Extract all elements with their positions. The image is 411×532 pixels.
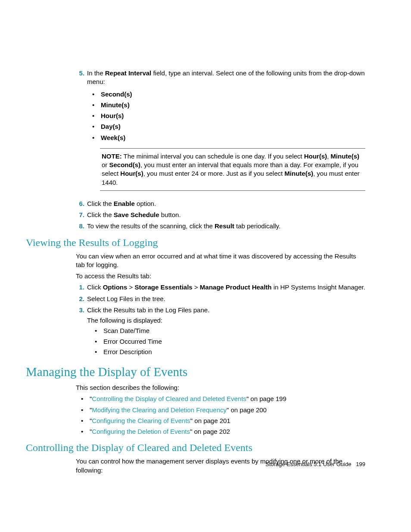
step-6: 6. Click the Enable option. — [76, 199, 365, 208]
link-list: •"Controlling the Display of Cleared and… — [76, 395, 365, 436]
text: To view the results of the scanning, cli… — [87, 222, 215, 230]
text: or — [102, 161, 109, 168]
page-ref: 201 — [220, 417, 230, 424]
list-item: •Minute(s) — [87, 101, 365, 109]
document-title: Storage Essentials 5.1 User Guide — [265, 461, 351, 467]
bullet-icon: • — [92, 122, 98, 131]
list-item: •Error Occurred Time — [87, 337, 365, 346]
text: on page — [249, 395, 276, 402]
field-label: Scan Date/Time — [103, 327, 149, 335]
ordered-list: 1. Click Options > Storage Essentials > … — [76, 283, 365, 358]
text: Select Log Files in the tree. — [87, 295, 365, 303]
menu-item: Storage Essentials — [134, 283, 192, 291]
button-name: Save Schedule — [114, 211, 159, 218]
bullet-icon: • — [95, 327, 101, 335]
displayed-fields-list: •Scan Date/Time •Error Occurred Time •Er… — [87, 327, 365, 356]
document-page: 5. In the Repeat Interval field, type an… — [0, 0, 411, 532]
text: option. — [135, 200, 156, 207]
menu-item: Manage Product Health — [200, 283, 272, 291]
section-body: This section describes the following: •"… — [76, 383, 365, 436]
list-item: •"Modifying the Clearing and Deletion Fr… — [76, 406, 365, 414]
cross-reference-link[interactable]: Modifying the Clearing and Deletion Freq… — [92, 406, 227, 414]
list-number: 5. — [76, 69, 84, 197]
unit-list: •Second(s) •Minute(s) •Hour(s) •Day(s) •… — [87, 90, 365, 142]
step-7: 7. Click the Save Schedule button. — [76, 211, 365, 219]
unit-label: Week(s) — [101, 134, 125, 142]
bullet-icon: • — [81, 427, 87, 436]
cross-reference-link[interactable]: Configuring the Clearing of Events — [92, 417, 190, 424]
unit-label: Hour(s) — [101, 112, 124, 120]
text: In the — [87, 69, 105, 77]
bullet-icon: • — [92, 101, 98, 109]
text: Second(s) — [109, 161, 141, 168]
text: The minimal interval you can schedule is… — [122, 152, 304, 160]
page-number: 199 — [356, 461, 365, 467]
text: in HP Systems Insight Manager. — [272, 283, 365, 291]
text: Hour(s) — [304, 152, 327, 160]
list-number: 8. — [76, 222, 84, 230]
list-item: •Hour(s) — [87, 112, 365, 120]
section-heading-managing-events: Managing the Display of Events — [26, 365, 365, 379]
section-heading-viewing-results: Viewing the Results of Logging — [26, 237, 365, 249]
bullet-icon: • — [81, 417, 87, 425]
step-3: 3. Click the Results tab in the Log File… — [76, 306, 365, 358]
menu-item: Options — [103, 283, 128, 291]
bullet-icon: • — [95, 337, 101, 346]
cross-reference-link[interactable]: Configuring the Deletion of Events — [92, 428, 190, 435]
field-name: Repeat Interval — [105, 69, 152, 77]
text: Minute(s) — [284, 170, 313, 177]
list-number: 2. — [76, 295, 84, 303]
note-label: NOTE: — [102, 152, 122, 160]
list-item: •Week(s) — [87, 134, 365, 142]
text: > — [127, 283, 134, 291]
text: Click the — [87, 211, 114, 218]
text: on page — [193, 417, 220, 424]
paragraph: You can view when an error occurred and … — [76, 252, 365, 270]
ordered-list-continuation: 5. In the Repeat Interval field, type an… — [76, 69, 365, 231]
text: on page — [229, 406, 256, 414]
bullet-icon: • — [92, 112, 98, 120]
cross-reference-link[interactable]: Controlling the Display of Cleared and D… — [92, 395, 246, 402]
step-2: 2. Select Log Files in the tree. — [76, 295, 365, 303]
text: button. — [159, 211, 181, 218]
text: Minute(s) — [330, 152, 359, 160]
list-number: 6. — [76, 199, 84, 208]
field-label: Error Description — [103, 348, 152, 356]
tab-name: Result — [215, 222, 234, 230]
paragraph: To access the Results tab: — [76, 272, 365, 280]
note-callout: NOTE: The minimal interval you can sched… — [100, 148, 365, 191]
bullet-icon: • — [95, 348, 101, 356]
text: Click the Results tab in the Log Files p… — [87, 306, 365, 314]
text: tab periodically. — [234, 222, 280, 230]
unit-label: Minute(s) — [101, 101, 130, 109]
page-ref: 200 — [256, 406, 267, 414]
text: > — [193, 283, 200, 291]
list-item: •Scan Date/Time — [87, 327, 365, 335]
list-number: 7. — [76, 211, 84, 219]
list-item: •"Configuring the Clearing of Events" on… — [76, 417, 365, 425]
section-body: You can view when an error occurred and … — [76, 252, 365, 281]
bullet-icon: • — [92, 90, 98, 99]
list-item: •Error Description — [87, 348, 365, 356]
list-item: •Day(s) — [87, 122, 365, 131]
paragraph: This section describes the following: — [76, 383, 365, 392]
list-number: 3. — [76, 306, 84, 358]
bullet-icon: • — [81, 406, 87, 414]
step-1: 1. Click Options > Storage Essentials > … — [76, 283, 365, 292]
list-number: 1. — [76, 283, 84, 292]
bullet-icon: • — [92, 134, 98, 142]
section-heading-controlling-display: Controlling the Display of Cleared and D… — [26, 442, 365, 454]
unit-label: Second(s) — [101, 90, 132, 99]
page-ref: 202 — [219, 428, 230, 435]
text: on page — [192, 428, 219, 435]
list-item: •"Configuring the Deletion of Events" on… — [76, 427, 365, 436]
unit-label: Day(s) — [101, 122, 121, 131]
option-name: Enable — [114, 200, 135, 207]
page-ref: 199 — [276, 395, 286, 402]
text: Hour(s) — [120, 170, 143, 177]
list-item: •Second(s) — [87, 90, 365, 99]
field-label: Error Occurred Time — [103, 337, 162, 346]
page-footer: Storage Essentials 5.1 User Guide 199 — [265, 461, 365, 467]
text: Click the — [87, 200, 114, 207]
text: The following is displayed: — [87, 316, 365, 325]
